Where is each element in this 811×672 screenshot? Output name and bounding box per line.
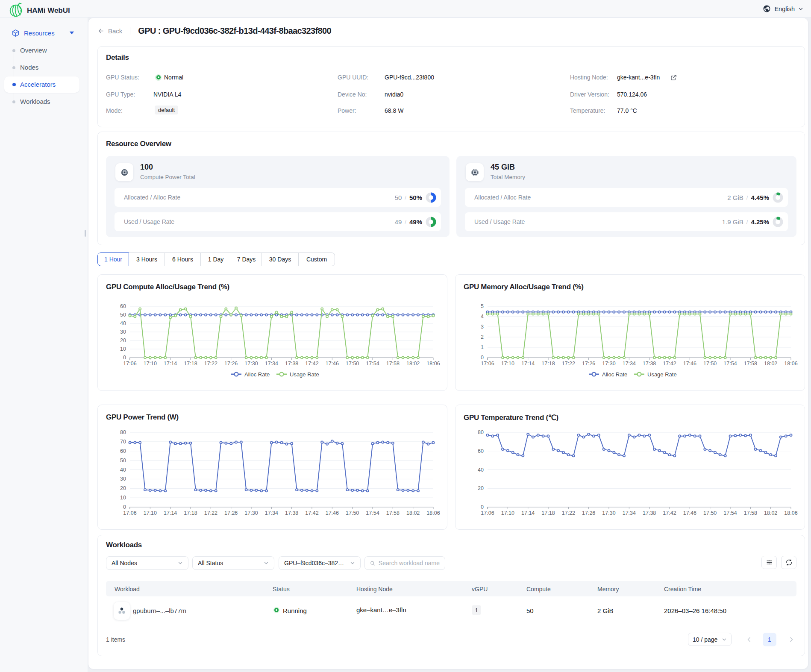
svg-text:40: 40 [120,467,126,473]
svg-text:17:14: 17:14 [164,361,177,367]
svg-text:30: 30 [120,329,126,335]
svg-text:17:10: 17:10 [144,361,157,367]
svg-text:17:54: 17:54 [723,510,737,516]
svg-text:17:58: 17:58 [386,510,400,516]
svg-text:17:30: 17:30 [602,361,615,367]
svg-text:0: 0 [481,355,484,361]
svg-text:17:30: 17:30 [244,510,258,516]
svg-text:10: 10 [120,495,126,501]
svg-text:17:46: 17:46 [683,361,696,367]
svg-text:17:42: 17:42 [663,510,676,516]
svg-text:1: 1 [481,344,484,350]
svg-text:80: 80 [120,429,126,435]
svg-text:30: 30 [120,476,126,482]
svg-text:50: 50 [120,458,126,464]
svg-text:17:22: 17:22 [204,510,217,516]
svg-text:17:50: 17:50 [703,361,717,367]
svg-text:17:22: 17:22 [562,510,575,516]
svg-text:17:42: 17:42 [305,510,318,516]
svg-text:17:22: 17:22 [204,361,217,367]
svg-text:80: 80 [478,429,484,435]
svg-text:17:30: 17:30 [244,361,258,367]
svg-text:17:10: 17:10 [501,361,514,367]
svg-text:20: 20 [120,485,126,491]
svg-text:18:06: 18:06 [784,361,797,367]
svg-text:17:46: 17:46 [326,510,339,516]
svg-text:17:54: 17:54 [366,361,379,367]
svg-text:17:58: 17:58 [744,510,757,516]
svg-text:18:02: 18:02 [406,510,420,516]
svg-text:17:06: 17:06 [123,510,136,516]
svg-text:17:38: 17:38 [643,361,656,367]
svg-text:0: 0 [123,504,126,510]
svg-text:17:50: 17:50 [346,361,359,367]
svg-text:17:42: 17:42 [305,361,318,367]
svg-text:18:02: 18:02 [764,510,777,516]
svg-text:60: 60 [120,448,126,454]
svg-text:17:30: 17:30 [602,510,615,516]
svg-text:17:34: 17:34 [265,510,278,516]
svg-text:17:10: 17:10 [501,510,514,516]
svg-text:17:58: 17:58 [744,361,757,367]
svg-text:17:18: 17:18 [184,361,197,367]
svg-text:17:26: 17:26 [224,510,238,516]
svg-text:17:54: 17:54 [723,361,737,367]
svg-text:17:34: 17:34 [623,510,636,516]
svg-text:17:42: 17:42 [663,361,676,367]
svg-text:18:06: 18:06 [426,510,440,516]
svg-text:40: 40 [478,467,484,473]
svg-text:17:14: 17:14 [164,510,177,516]
svg-text:17:34: 17:34 [623,361,636,367]
svg-text:10: 10 [120,346,126,352]
svg-text:17:06: 17:06 [481,510,494,516]
svg-text:50: 50 [120,312,126,318]
svg-text:60: 60 [120,303,126,309]
svg-text:2: 2 [481,334,484,340]
svg-text:17:26: 17:26 [582,510,595,516]
svg-text:17:06: 17:06 [123,361,136,367]
svg-text:18:06: 18:06 [784,510,797,516]
svg-text:40: 40 [120,320,126,326]
svg-text:17:18: 17:18 [541,510,555,516]
svg-text:60: 60 [478,448,484,454]
svg-text:20: 20 [478,485,484,491]
svg-text:17:06: 17:06 [481,361,494,367]
svg-text:0: 0 [123,355,126,361]
svg-text:18:02: 18:02 [764,361,777,367]
svg-text:0: 0 [481,504,484,510]
svg-text:17:14: 17:14 [521,510,535,516]
svg-text:17:14: 17:14 [521,361,535,367]
svg-text:17:54: 17:54 [366,510,379,516]
svg-text:3: 3 [481,324,484,330]
svg-text:17:46: 17:46 [326,361,339,367]
svg-text:Alloc Rate: Alloc Rate [602,371,627,378]
svg-text:17:50: 17:50 [346,510,359,516]
svg-text:17:10: 17:10 [144,510,157,516]
svg-text:70: 70 [120,439,126,445]
svg-text:17:58: 17:58 [386,361,400,367]
svg-text:20: 20 [120,337,126,343]
svg-text:17:38: 17:38 [285,361,298,367]
svg-text:17:38: 17:38 [285,510,298,516]
svg-text:17:46: 17:46 [683,510,696,516]
svg-text:17:22: 17:22 [562,361,575,367]
svg-text:4: 4 [481,314,484,320]
svg-text:18:02: 18:02 [406,361,420,367]
svg-text:17:26: 17:26 [582,361,595,367]
svg-text:Usage Rate: Usage Rate [290,371,319,378]
svg-text:17:34: 17:34 [265,361,278,367]
svg-text:17:26: 17:26 [224,361,238,367]
svg-text:17:18: 17:18 [184,510,197,516]
svg-text:17:38: 17:38 [643,510,656,516]
svg-text:Usage Rate: Usage Rate [647,371,677,378]
svg-text:Alloc Rate: Alloc Rate [244,371,270,378]
svg-text:17:50: 17:50 [703,510,717,516]
svg-text:17:18: 17:18 [541,361,555,367]
svg-text:5: 5 [481,303,484,309]
svg-text:18:06: 18:06 [426,361,440,367]
